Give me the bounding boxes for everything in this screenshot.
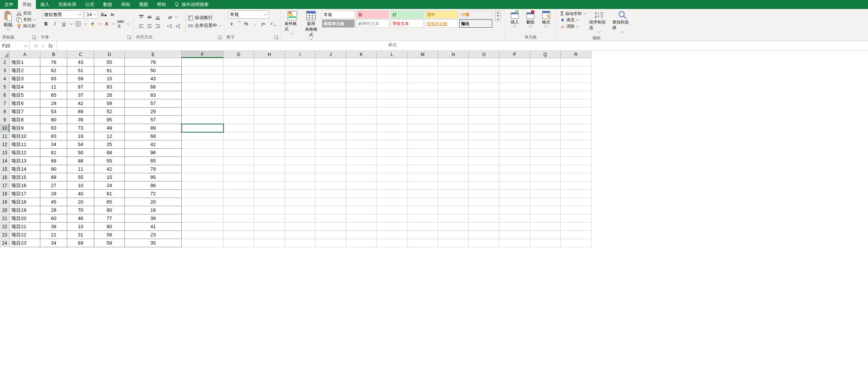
cell-H12[interactable] [254, 140, 285, 149]
cell-K20[interactable] [346, 206, 377, 214]
cell-Q11[interactable] [530, 132, 561, 140]
cell-I5[interactable] [285, 83, 316, 91]
cell-R14[interactable] [561, 157, 591, 165]
cell-R8[interactable] [561, 108, 591, 116]
cell-M17[interactable] [407, 182, 438, 190]
cell-P20[interactable] [499, 206, 530, 214]
cell-I17[interactable] [285, 182, 316, 190]
cell-O7[interactable] [469, 99, 499, 108]
cell-G9[interactable] [224, 116, 254, 124]
col-header-L[interactable]: L [377, 51, 407, 58]
cell-D10[interactable]: 49 [94, 124, 125, 132]
cell-C15[interactable]: 11 [67, 165, 94, 173]
cell-K12[interactable] [346, 140, 377, 149]
delete-cells-button[interactable]: 删除 [524, 10, 537, 28]
cell-F5[interactable] [182, 83, 224, 91]
menu-item-公式[interactable]: 公式 [81, 0, 99, 9]
dialog-launcher-number[interactable] [274, 35, 278, 39]
cell-D17[interactable]: 24 [94, 181, 125, 190]
cell-C16[interactable]: 55 [67, 173, 94, 182]
cell-K7[interactable] [346, 99, 377, 108]
cell-A21[interactable]: 项目20 [9, 214, 40, 223]
row-header-10[interactable]: 10 [0, 124, 10, 132]
chevron-down-icon[interactable] [238, 20, 241, 23]
cell-O3[interactable] [469, 66, 499, 75]
cell-I21[interactable] [285, 214, 316, 223]
autosum-button[interactable]: Σ自动求和 [560, 10, 586, 16]
cell-M13[interactable] [407, 149, 438, 157]
row-header-4[interactable]: 4 [0, 75, 10, 83]
cell-N3[interactable] [438, 66, 469, 75]
cell-Q23[interactable] [530, 231, 561, 239]
cell-B3[interactable]: 62 [40, 66, 67, 75]
col-header-J[interactable]: J [316, 51, 346, 58]
cell-G23[interactable] [224, 231, 254, 239]
cell-P2[interactable] [499, 58, 530, 66]
cell-H22[interactable] [254, 223, 285, 231]
chevron-down-icon[interactable] [175, 16, 178, 19]
cell-G18[interactable] [224, 190, 254, 198]
cell-G22[interactable] [224, 223, 254, 231]
style-cell-7[interactable]: 警告文本 [391, 19, 424, 28]
cell-Q3[interactable] [530, 66, 561, 75]
menu-item-插入[interactable]: 插入 [36, 0, 54, 9]
insert-cells-button[interactable]: 插入 [508, 10, 521, 28]
cell-K19[interactable] [346, 198, 377, 206]
cell-E11[interactable]: 68 [124, 132, 182, 140]
cell-O4[interactable] [469, 75, 499, 83]
cell-D23[interactable]: 56 [94, 230, 125, 239]
cell-O18[interactable] [469, 190, 499, 198]
cell-N4[interactable] [438, 75, 469, 83]
cell-L10[interactable] [377, 124, 407, 132]
cell-B14[interactable]: 68 [40, 156, 67, 165]
cell-P5[interactable] [499, 83, 530, 91]
cell-G6[interactable] [224, 91, 254, 99]
chevron-down-icon[interactable] [113, 22, 116, 25]
cell-C3[interactable]: 51 [67, 66, 94, 75]
cell-G3[interactable] [224, 66, 254, 75]
cell-P11[interactable] [499, 132, 530, 140]
cell-R19[interactable] [561, 198, 591, 206]
cell-C8[interactable]: 89 [67, 107, 94, 116]
conditional-format-button[interactable]: 条件格式 [284, 10, 300, 35]
cell-H14[interactable] [254, 157, 285, 165]
cell-M11[interactable] [407, 132, 438, 140]
cell-D21[interactable]: 77 [94, 214, 125, 223]
cell-I16[interactable] [285, 173, 316, 182]
cell-P21[interactable] [499, 214, 530, 223]
cell-P13[interactable] [499, 149, 530, 157]
cell-I6[interactable] [285, 91, 316, 99]
cell-Q2[interactable] [530, 58, 561, 66]
percent-format-button[interactable]: % [242, 20, 250, 28]
cell-Q17[interactable] [530, 182, 561, 190]
cell-H6[interactable] [254, 91, 285, 99]
cell-C21[interactable]: 46 [67, 214, 94, 223]
cell-I7[interactable] [285, 99, 316, 108]
align-center-button[interactable] [146, 22, 153, 30]
cell-A23[interactable]: 项目22 [9, 230, 40, 239]
cell-N2[interactable] [438, 58, 469, 66]
cell-H24[interactable] [254, 239, 285, 247]
insert-function-button[interactable]: fx [49, 43, 53, 49]
cell-F9[interactable] [182, 116, 224, 124]
cell-L9[interactable] [377, 116, 407, 124]
cell-A24[interactable]: 项目23 [9, 239, 40, 247]
chevron-down-icon[interactable] [127, 22, 130, 25]
cell-Q10[interactable] [530, 124, 561, 132]
cell-C9[interactable]: 39 [67, 115, 94, 124]
cell-R2[interactable] [561, 58, 591, 66]
cell-A20[interactable]: 项目19 [9, 206, 40, 214]
cell-D13[interactable]: 68 [94, 148, 125, 157]
cell-H10[interactable] [254, 124, 285, 132]
cell-H13[interactable] [254, 149, 285, 157]
cell-P6[interactable] [499, 91, 530, 99]
col-header-B[interactable]: B [40, 51, 67, 58]
cell-I22[interactable] [285, 223, 316, 231]
cell-M6[interactable] [407, 91, 438, 99]
cell-R11[interactable] [561, 132, 591, 140]
menu-item-审阅[interactable]: 审阅 [117, 0, 135, 9]
cell-D4[interactable]: 15 [94, 74, 125, 83]
cell-N7[interactable] [438, 99, 469, 108]
cell-H17[interactable] [254, 182, 285, 190]
cell-B18[interactable]: 29 [40, 189, 67, 198]
